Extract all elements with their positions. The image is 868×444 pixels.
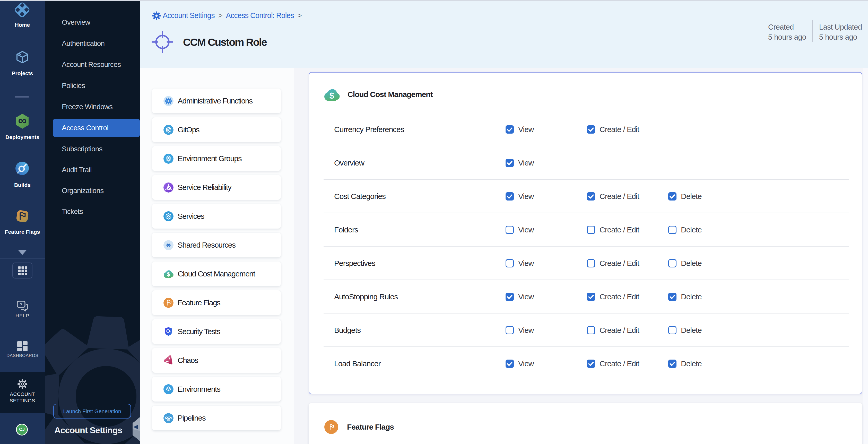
svg-text:$: $ [167,271,170,278]
svg-text:$: $ [330,91,334,100]
svg-text:∞: ∞ [18,114,27,127]
svg-text:?: ? [20,302,22,307]
